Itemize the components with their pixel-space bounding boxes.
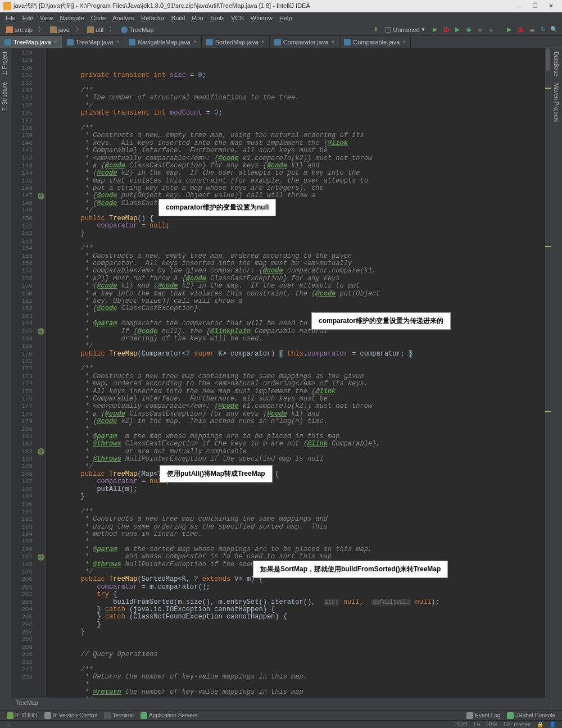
jrebel-debug-icon[interactable]: 🐞 bbox=[516, 25, 525, 34]
tool-todo[interactable]: 6: TODO bbox=[3, 712, 41, 719]
minimize-button[interactable]: — bbox=[511, 3, 527, 10]
code-line[interactable]: * @param comparator the comparator that … bbox=[48, 320, 549, 327]
code-line[interactable]: */ bbox=[48, 463, 549, 471]
code-line[interactable] bbox=[48, 636, 549, 644]
code-line[interactable]: * Constructs a new tree map containing t… bbox=[48, 516, 549, 523]
code-line[interactable]: /** bbox=[48, 87, 549, 94]
scrollbar-thumb[interactable] bbox=[546, 48, 550, 71]
code-line[interactable]: * {@code ClassCastException}. bbox=[48, 305, 549, 312]
search-icon[interactable]: 🔍 bbox=[550, 25, 559, 34]
nav-class[interactable]: TreeMap bbox=[118, 26, 157, 33]
status-lock-icon[interactable]: 🔒 bbox=[534, 721, 546, 727]
tool-project[interactable]: 1: Project bbox=[0, 48, 10, 79]
code-line[interactable]: * {@code k2} in the map. If the user att… bbox=[48, 170, 549, 177]
code-line[interactable]: * Comparable} interface. Furthermore, al… bbox=[48, 147, 549, 154]
code-line[interactable]: comparator = null; bbox=[48, 478, 549, 485]
tab-navigablemap-java[interactable]: NavigableMap.java× bbox=[124, 36, 201, 48]
tool-maven[interactable]: Maven Projects bbox=[551, 80, 561, 125]
code-line[interactable]: * @param m the sorted map whose mappings… bbox=[48, 546, 549, 553]
code-line[interactable] bbox=[48, 644, 549, 651]
code-line[interactable]: } bbox=[48, 629, 549, 636]
code-line[interactable]: * a {@code ClassCastException} for any k… bbox=[48, 411, 549, 418]
code-line[interactable]: } bbox=[48, 621, 549, 629]
code-line[interactable] bbox=[48, 358, 549, 365]
tab-sortedmap-java[interactable]: SortedMap.java× bbox=[202, 36, 270, 48]
code-line[interactable]: } catch (ClassNotFoundException cannotHa… bbox=[48, 613, 549, 621]
code-line[interactable] bbox=[48, 501, 549, 508]
code-line[interactable]: * <em>mutually comparable</em>: {@code k… bbox=[48, 403, 549, 410]
code-line[interactable]: * map, ordered according to the <em>natu… bbox=[48, 380, 549, 388]
editor[interactable]: 1281291301311321331341351361371381391401… bbox=[11, 48, 551, 708]
breadcrumb-item[interactable]: TreeMap bbox=[16, 700, 38, 706]
code-line[interactable]: comparator = m.comparator(); bbox=[48, 584, 549, 591]
code-line[interactable]: /** bbox=[48, 508, 549, 516]
menu-edit[interactable]: Edit bbox=[19, 15, 37, 21]
menu-code[interactable]: Code bbox=[88, 15, 109, 21]
tool-terminal[interactable]: Terminal bbox=[101, 712, 137, 719]
code-line[interactable]: * The number of structural modifications… bbox=[48, 94, 549, 102]
code-line[interactable]: buildFromSorted(m.size(), m.entrySet().i… bbox=[48, 599, 549, 606]
code-line[interactable]: /** bbox=[48, 125, 549, 132]
menu-window[interactable]: Window bbox=[247, 15, 276, 21]
code-line[interactable]: } bbox=[48, 493, 549, 501]
code-line[interactable]: * comparable</em> by the given comparato… bbox=[48, 267, 549, 275]
tab-treemap-java[interactable]: TreeMap.java× bbox=[62, 36, 125, 48]
gutter-method-marker[interactable]: @ bbox=[38, 328, 44, 335]
stop-icon[interactable]: ■ bbox=[475, 25, 484, 34]
code-line[interactable]: * Constructs a new tree map containing t… bbox=[48, 373, 549, 380]
code-line[interactable]: public TreeMap(Comparator<? super K> com… bbox=[48, 351, 549, 358]
code-line[interactable]: * bbox=[48, 681, 549, 689]
code-line[interactable]: public TreeMap(Map<? extends K, ? extend… bbox=[48, 471, 549, 478]
code-line[interactable]: * using the same ordering as the specifi… bbox=[48, 524, 549, 531]
code-line[interactable]: /** bbox=[48, 245, 549, 252]
code-line[interactable]: * @throws ClassCastException if the keys… bbox=[48, 440, 549, 448]
close-icon[interactable]: × bbox=[331, 39, 334, 45]
vertical-scrollbar[interactable] bbox=[545, 48, 551, 708]
code-area[interactable]: private transient int size = 0; /** * Th… bbox=[46, 48, 551, 708]
code-line[interactable]: * k2)} must not throw a {@code ClassCast… bbox=[48, 275, 549, 283]
gutter-method-marker[interactable]: @ bbox=[38, 193, 44, 199]
code-line[interactable]: } catch (java.io.IOException cannotHappe… bbox=[48, 606, 549, 613]
code-line[interactable]: * {@code k1} and {@code k2} in the map. … bbox=[48, 283, 549, 290]
code-line[interactable]: private transient int size = 0; bbox=[48, 72, 549, 79]
code-line[interactable]: * or are not mutually comparable bbox=[48, 448, 549, 456]
tool-database[interactable]: DataBase bbox=[551, 48, 561, 80]
code-line[interactable]: comparator = null; bbox=[48, 222, 549, 230]
menu-navigate[interactable]: Navigate bbox=[56, 15, 87, 21]
menu-build[interactable]: Build bbox=[168, 15, 188, 21]
status-hector-icon[interactable]: 👤 bbox=[546, 721, 559, 727]
code-line[interactable]: * keys. All keys inserted into the map m… bbox=[48, 140, 549, 147]
close-icon[interactable]: × bbox=[402, 39, 406, 45]
stop2-icon[interactable]: ■ bbox=[487, 25, 496, 34]
code-line[interactable]: // Query Operations bbox=[48, 651, 549, 658]
code-line[interactable]: * bbox=[48, 313, 549, 320]
nav-pkg2[interactable]: util bbox=[84, 26, 106, 33]
menu-refactor[interactable]: Refactor bbox=[138, 15, 168, 21]
code-line[interactable]: * <em>mutually comparable</em>: {@code k… bbox=[48, 155, 549, 162]
tool-event-log[interactable]: Event Log bbox=[463, 712, 504, 719]
menu-run[interactable]: Run bbox=[188, 15, 206, 21]
status-caret-pos[interactable]: 150:1 bbox=[451, 721, 471, 727]
close-icon[interactable]: × bbox=[261, 39, 265, 45]
menu-help[interactable]: Help bbox=[276, 15, 296, 21]
profile-icon[interactable]: ◉ bbox=[464, 25, 473, 34]
code-line[interactable]: try { bbox=[48, 591, 549, 598]
run-config-selector[interactable]: Unnamed ▾ bbox=[382, 26, 428, 33]
code-line[interactable]: * @param m the map whose mappings are to… bbox=[48, 433, 549, 440]
menu-vcs[interactable]: VCS bbox=[228, 15, 247, 21]
code-line[interactable] bbox=[48, 238, 549, 245]
tool-vcs[interactable]: 9: Version Control bbox=[41, 712, 101, 719]
nav-pkg[interactable]: java bbox=[47, 26, 72, 33]
status-git[interactable]: Git: master bbox=[501, 721, 534, 727]
gutter-method-marker[interactable]: @ bbox=[38, 554, 44, 561]
code-line[interactable]: * and whose comparator is to be used to … bbox=[48, 553, 549, 561]
close-icon[interactable]: × bbox=[193, 39, 197, 45]
close-button[interactable]: ✕ bbox=[543, 2, 559, 10]
menu-tools[interactable]: Tools bbox=[207, 15, 228, 21]
tab-comparator-java[interactable]: Comparator.java× bbox=[270, 36, 340, 48]
code-line[interactable]: * Returns the number of key-value mappin… bbox=[48, 674, 549, 681]
code-line[interactable]: */ bbox=[48, 343, 549, 350]
close-icon[interactable]: × bbox=[116, 39, 120, 45]
code-line[interactable]: * Constructs a new, empty tree map, orde… bbox=[48, 253, 549, 260]
code-line[interactable]: * {@code k2} in the map. This method run… bbox=[48, 418, 549, 425]
